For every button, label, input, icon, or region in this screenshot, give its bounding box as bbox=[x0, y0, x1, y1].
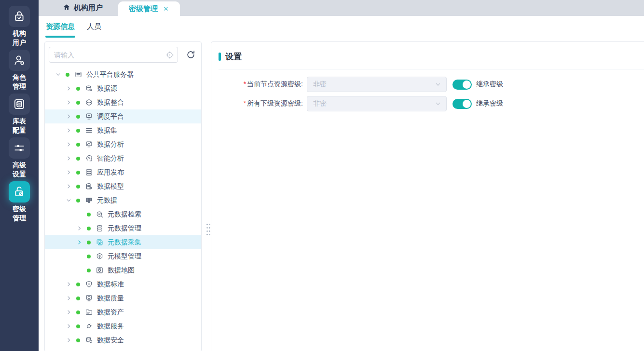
panel-resize-handle[interactable] bbox=[206, 222, 211, 237]
sub-tab-label: 人员 bbox=[87, 22, 101, 31]
sidebar-item-role-mgmt[interactable]: 角色管理 bbox=[9, 50, 30, 91]
form-row-0: *当前节点资源密级:非密继承密级 bbox=[211, 77, 644, 92]
chevron-right-icon[interactable] bbox=[65, 141, 72, 148]
toggle-knob bbox=[463, 100, 471, 108]
chevron-right-icon[interactable] bbox=[65, 337, 72, 344]
tree-node[interactable]: 数据地图 bbox=[45, 263, 201, 277]
tree-node[interactable]: 元数据管理 bbox=[45, 221, 201, 235]
tree-node-label: 公共平台服务器 bbox=[86, 70, 134, 79]
tree-node-label: 数据分析 bbox=[97, 140, 124, 149]
asset-icon bbox=[85, 308, 93, 316]
tree-node[interactable]: 数据整合 bbox=[45, 95, 201, 109]
tree-node[interactable]: 元模型管理 bbox=[45, 249, 201, 263]
toggle-knob bbox=[463, 81, 471, 89]
status-dot bbox=[76, 87, 80, 91]
inherit-toggle-1[interactable] bbox=[452, 99, 472, 109]
chevron-right-icon[interactable] bbox=[76, 239, 82, 246]
tab-personnel[interactable]: 人员 bbox=[87, 16, 101, 37]
chevron-right-icon bbox=[76, 239, 82, 245]
close-icon[interactable] bbox=[163, 5, 169, 12]
tree-node[interactable]: 数据集 bbox=[45, 123, 201, 137]
chevron-right-icon[interactable] bbox=[65, 183, 72, 190]
search-input[interactable] bbox=[49, 47, 178, 63]
integration-icon bbox=[85, 98, 93, 107]
chevron-right-icon[interactable] bbox=[65, 281, 72, 288]
tab-resource-info[interactable]: 资源信息 bbox=[46, 16, 75, 37]
sub-tab-bar: 资源信息 人员 bbox=[39, 16, 644, 38]
status-dot bbox=[76, 143, 80, 147]
toggle-label: 继承密级 bbox=[476, 80, 503, 89]
chevron-down-icon[interactable] bbox=[65, 197, 72, 204]
sidebar-item-label: 库表配置 bbox=[13, 117, 26, 135]
app-window: 机构用户角色管理库表配置高级设置密级管理 机构用户 密级管理 资源信息 人员 bbox=[0, 0, 644, 351]
tree-node-label: 元模型管理 bbox=[108, 252, 141, 261]
chevron-right-icon[interactable] bbox=[65, 85, 72, 92]
tree-node-label: 数据质量 bbox=[97, 294, 124, 303]
chevron-right-icon bbox=[66, 127, 72, 134]
tree-node[interactable]: 数据标准 bbox=[45, 277, 201, 291]
apps-icon bbox=[85, 168, 93, 176]
chevron-right-icon bbox=[66, 99, 72, 106]
tree-node[interactable]: 公共平台服务器 bbox=[45, 68, 201, 81]
tab-org-user[interactable]: 机构用户 bbox=[63, 0, 103, 16]
tree-node[interactable]: 智能分析 bbox=[45, 151, 201, 165]
chevron-right-icon[interactable] bbox=[65, 155, 72, 162]
chevron-right-icon bbox=[76, 225, 82, 231]
sidebar-item-org-user[interactable]: 机构用户 bbox=[9, 6, 30, 47]
refresh-icon[interactable] bbox=[186, 50, 196, 60]
tree-node-label: 元数据检索 bbox=[108, 210, 141, 219]
chevron-right-icon[interactable] bbox=[65, 295, 72, 302]
chevron-right-icon bbox=[66, 323, 72, 329]
chevron-right-icon[interactable] bbox=[65, 169, 72, 176]
close-icon[interactable] bbox=[163, 5, 169, 12]
chevron-down-icon bbox=[435, 100, 441, 107]
tree-node[interactable]: 调度平台 bbox=[45, 109, 201, 123]
chevron-right-icon[interactable] bbox=[65, 309, 72, 316]
tree-node[interactable]: 数据资产 bbox=[45, 305, 201, 319]
tree-node[interactable]: 元数据检索 bbox=[45, 207, 201, 221]
chevron-right-icon bbox=[66, 337, 72, 343]
tree-node[interactable]: 数据服务 bbox=[45, 319, 201, 333]
inherit-toggle-0[interactable] bbox=[452, 80, 472, 90]
tree-node[interactable]: 数据安全 bbox=[45, 333, 201, 347]
chevron-right-icon bbox=[66, 155, 72, 162]
status-dot bbox=[87, 227, 91, 230]
chevron-right-icon[interactable] bbox=[65, 99, 72, 106]
tree-node[interactable]: 元数据 bbox=[45, 193, 201, 207]
chevron-right-icon[interactable] bbox=[65, 323, 72, 330]
chevron-right-icon[interactable] bbox=[76, 225, 82, 232]
chevron-right-icon bbox=[66, 141, 72, 148]
metamodel-icon bbox=[96, 252, 104, 260]
chevron-right-icon bbox=[66, 309, 72, 315]
tree-node[interactable]: 数据源 bbox=[45, 81, 201, 95]
settings-form: *当前节点资源密级:非密继承密级*所有下级资源密级:非密继承密级 bbox=[211, 77, 644, 111]
sidebar-item-advanced-settings[interactable]: 高级设置 bbox=[9, 137, 30, 179]
chevron-right-icon[interactable] bbox=[65, 127, 72, 134]
chevron-down-icon[interactable] bbox=[55, 71, 61, 78]
security-icon bbox=[85, 336, 93, 344]
sidebar-item-table-config[interactable]: 库表配置 bbox=[9, 94, 30, 135]
tree-node[interactable]: 数据质量 bbox=[45, 291, 201, 305]
tree-node[interactable]: 应用发布 bbox=[45, 165, 201, 179]
home-icon bbox=[63, 3, 70, 13]
tree-node[interactable]: 数据模型 bbox=[45, 179, 201, 193]
sliders-icon bbox=[13, 142, 26, 154]
tree-node-label: 调度平台 bbox=[97, 112, 124, 121]
tree-node-label: 智能分析 bbox=[97, 154, 124, 163]
standard-icon bbox=[85, 280, 93, 288]
tab-security-level[interactable]: 密级管理 bbox=[118, 1, 180, 16]
security-level-select-1[interactable]: 非密 bbox=[307, 96, 447, 111]
tree-node-label: 数据源 bbox=[97, 84, 117, 93]
chevron-right-icon[interactable] bbox=[65, 113, 72, 120]
analysis-icon bbox=[85, 140, 93, 148]
model-icon bbox=[85, 182, 93, 190]
tree-node-label: 数据资产 bbox=[97, 308, 124, 317]
chevron-spacer bbox=[76, 211, 82, 218]
security-level-select-0[interactable]: 非密 bbox=[307, 77, 447, 92]
chevron-right-icon bbox=[66, 169, 72, 176]
sidebar-item-security-level[interactable]: 密级管理 bbox=[9, 181, 30, 223]
tree-node[interactable]: 数据分析 bbox=[45, 137, 201, 151]
tree-node[interactable]: 元数据采集 bbox=[45, 235, 201, 249]
refresh-button[interactable] bbox=[186, 50, 196, 60]
select-value: 非密 bbox=[313, 99, 435, 108]
